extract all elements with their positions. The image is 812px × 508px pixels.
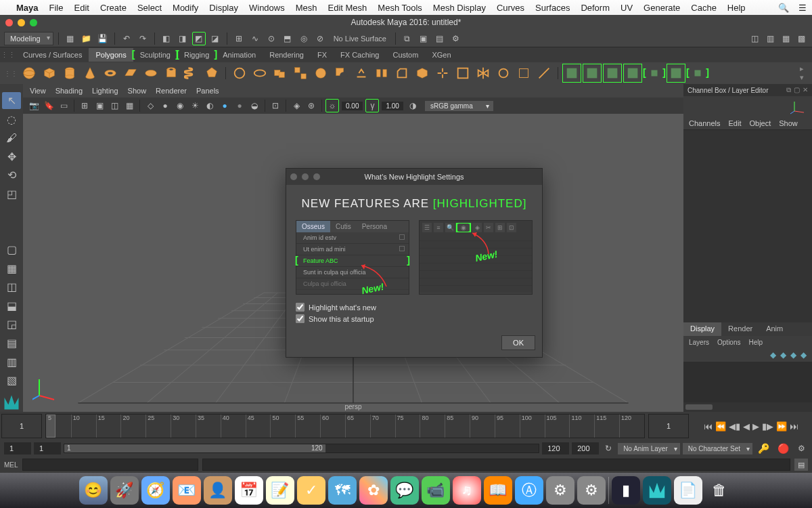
quad-draw-icon[interactable]: [515, 64, 533, 82]
vp-menu-renderer[interactable]: Renderer: [156, 87, 187, 95]
range-in-field[interactable]: 1: [34, 442, 61, 454]
bevel-icon[interactable]: [393, 64, 411, 82]
play-forward-icon[interactable]: ▶: [752, 421, 759, 431]
lasso-tool-icon[interactable]: ◌: [2, 111, 21, 128]
layer-tab-display[interactable]: Display: [683, 322, 721, 336]
new-scene-icon[interactable]: ▦: [64, 32, 77, 45]
channels-menu[interactable]: Channels: [689, 119, 720, 127]
poly-helix-icon[interactable]: [183, 64, 200, 82]
scale-tool-icon[interactable]: ◰: [2, 186, 21, 203]
channels-edit-menu[interactable]: Edit: [728, 119, 741, 127]
vp-gamma-icon[interactable]: γ: [365, 99, 379, 112]
vp-gate-mask-icon[interactable]: ▦: [122, 99, 136, 112]
vp-xray-icon[interactable]: ◈: [290, 99, 303, 112]
select-by-object-icon[interactable]: ◨: [176, 32, 189, 45]
layout-four-icon[interactable]: ▦: [2, 260, 21, 277]
poly-cylinder-icon[interactable]: [61, 64, 78, 82]
layer-tab-render[interactable]: Render: [721, 322, 759, 336]
poly-svg-icon[interactable]: [251, 64, 269, 82]
step-fwd-frame-icon[interactable]: ▮▶: [762, 421, 773, 431]
snap-live-icon[interactable]: ◎: [297, 32, 311, 45]
step-back-frame-icon[interactable]: ◀▮: [729, 421, 740, 431]
dock-messages-icon[interactable]: 💬: [390, 476, 419, 505]
vp-image-plane-icon[interactable]: ▭: [57, 99, 70, 112]
layer-move-up-icon[interactable]: ◆: [770, 350, 776, 360]
select-tool-icon[interactable]: ↖: [2, 92, 21, 109]
layout-persp-icon[interactable]: ▥: [2, 354, 21, 371]
target-weld-icon[interactable]: [434, 64, 451, 82]
shelf-tab-fxcaching[interactable]: FX Caching: [334, 48, 386, 62]
render-settings-icon[interactable]: ⚙: [449, 32, 463, 45]
range-out-field[interactable]: 120: [542, 442, 569, 454]
dock-finder-icon[interactable]: 😊: [79, 476, 108, 505]
dock-ibooks-icon[interactable]: 📖: [484, 476, 512, 505]
menu-extras-icon[interactable]: ☰: [798, 3, 807, 13]
new-tool-6-icon[interactable]: [667, 64, 685, 82]
paint-select-tool-icon[interactable]: 🖌: [2, 129, 21, 146]
poly-pipe-icon[interactable]: [162, 64, 180, 82]
select-mask-icon[interactable]: ◪: [208, 32, 222, 45]
dock-itunes-icon[interactable]: ♫: [453, 476, 481, 505]
menu-file[interactable]: File: [49, 3, 64, 13]
menu-deform[interactable]: Deform: [581, 3, 610, 13]
menu-uv[interactable]: UV: [621, 3, 633, 13]
snap-point-icon[interactable]: ⊙: [265, 32, 278, 45]
vp-resolution-gate-icon[interactable]: ◫: [108, 99, 121, 112]
layer-tab-anim[interactable]: Anim: [759, 322, 790, 336]
dock-maya-icon[interactable]: [643, 476, 671, 505]
menu-edit-mesh[interactable]: Edit Mesh: [328, 3, 367, 13]
new-tool-5-icon[interactable]: [644, 64, 664, 82]
mirror-icon[interactable]: [474, 64, 492, 82]
rotate-tool-icon[interactable]: ⟲: [2, 167, 21, 184]
anim-layer-dropdown[interactable]: No Anim Layer: [618, 443, 680, 454]
spotlight-icon[interactable]: 🔍: [778, 3, 789, 13]
boolean-icon[interactable]: [332, 64, 350, 82]
layout-graph-icon[interactable]: ▧: [2, 372, 21, 389]
layout-three-icon[interactable]: ◲: [2, 316, 21, 333]
layer-scrollbar[interactable]: [683, 402, 812, 412]
step-back-key-icon[interactable]: ⏪: [715, 421, 726, 431]
vp-shadows-icon[interactable]: ◐: [203, 99, 217, 112]
vp-view-transform-icon[interactable]: ◑: [406, 99, 420, 112]
menu-modify[interactable]: Modify: [173, 3, 198, 13]
shelf-tab-rigging[interactable]: Rigging: [177, 48, 216, 62]
snap-grid-icon[interactable]: ⊞: [232, 32, 246, 45]
panel-pin-icon[interactable]: ⧉: [786, 86, 791, 94]
shelf-overflow-icon[interactable]: ▸▾: [800, 64, 808, 82]
range-end-field[interactable]: 200: [572, 442, 599, 454]
ipr-render-icon[interactable]: ▤: [433, 32, 447, 45]
redo-icon[interactable]: ↷: [136, 32, 150, 45]
range-loop-icon[interactable]: ↻: [602, 442, 615, 455]
layer-new-selected-icon[interactable]: ◆: [800, 350, 807, 360]
range-slider-track[interactable]: 1 120: [64, 444, 539, 453]
menu-edit[interactable]: Edit: [74, 3, 89, 13]
vp-menu-lighting[interactable]: Lighting: [92, 87, 118, 95]
new-tool-2-icon[interactable]: [583, 64, 601, 82]
snap-curve-icon[interactable]: ∿: [248, 32, 262, 45]
undo-icon[interactable]: ↶: [120, 32, 133, 45]
menu-cache[interactable]: Cache: [691, 3, 717, 13]
panel-layout2-icon[interactable]: ▥: [763, 32, 777, 45]
smooth-icon[interactable]: [312, 64, 330, 82]
dock-appstore-icon[interactable]: Ⓐ: [515, 476, 543, 505]
new-tool-1-icon[interactable]: [563, 64, 581, 82]
shelf-tab-fx[interactable]: FX: [311, 48, 334, 62]
vp-menu-panels[interactable]: Panels: [196, 87, 219, 95]
time-ruler[interactable]: 5101520253035404550556065707580859095100…: [45, 414, 645, 438]
new-tool-3-icon[interactable]: [604, 64, 621, 82]
combine-icon[interactable]: [271, 64, 289, 82]
layer-move-down-icon[interactable]: ◆: [780, 350, 786, 360]
vp-motion-blur-icon[interactable]: ●: [233, 99, 246, 112]
vp-smooth-shade-icon[interactable]: ●: [158, 99, 172, 112]
vp-menu-view[interactable]: View: [30, 87, 46, 95]
menu-mesh-tools[interactable]: Mesh Tools: [378, 3, 422, 13]
range-slider-thumb[interactable]: 1 120: [64, 444, 325, 452]
new-tool-4-icon[interactable]: [624, 64, 641, 82]
panel-layout3-icon[interactable]: ▦: [779, 32, 792, 45]
dock-launchpad-icon[interactable]: 🚀: [110, 476, 139, 505]
set-key-icon[interactable]: 🔴: [775, 443, 792, 454]
show-at-startup-checkbox[interactable]: Show this at startup: [296, 313, 533, 324]
vp-bookmark-icon[interactable]: 🔖: [42, 99, 55, 112]
poly-disc-icon[interactable]: [142, 64, 160, 82]
channels-object-menu[interactable]: Object: [749, 119, 771, 127]
